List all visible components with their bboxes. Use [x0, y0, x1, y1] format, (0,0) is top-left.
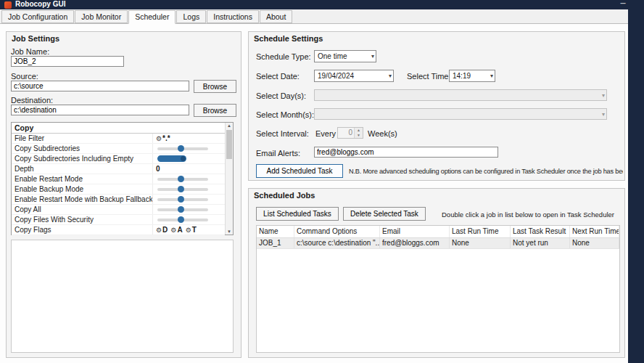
job-cell: fred@bloggs.com — [380, 238, 450, 248]
slider-track-on[interactable] — [157, 155, 186, 162]
option-row[interactable]: Copy Subdirectories — [12, 144, 225, 154]
toggle-slider[interactable] — [152, 144, 225, 153]
select-date-label: Select Date: — [256, 72, 300, 81]
slider-thumb[interactable] — [178, 176, 184, 182]
tab-scheduler[interactable]: Scheduler — [128, 10, 176, 24]
slider-track[interactable] — [157, 178, 208, 181]
slider-thumb[interactable] — [178, 206, 184, 213]
column-header[interactable]: Name — [257, 226, 294, 237]
option-row[interactable]: Enable Restart Mode — [12, 174, 225, 184]
toggle-slider-on[interactable] — [152, 154, 225, 163]
job-row[interactable]: JOB_1c:\source c:\destination "...fred@b… — [257, 238, 619, 249]
interval-value: 0 — [338, 128, 354, 138]
select-date-select[interactable]: 19/04/2024 ▾ — [314, 70, 394, 82]
option-label: Copy Flags — [15, 225, 152, 234]
tab-strip: Job ConfigurationJob MonitorSchedulerLog… — [0, 9, 628, 23]
scheduled-jobs-table[interactable]: NameCommand OptionsEmailLast Run TimeLas… — [256, 225, 620, 353]
slider-thumb[interactable] — [178, 186, 184, 192]
double-click-hint: Double click a job in list below to open… — [442, 211, 614, 219]
schedule-type-value: One time — [318, 52, 347, 60]
tab-about[interactable]: About — [260, 10, 292, 23]
select-days-select: ▾ — [314, 89, 607, 101]
slider-track[interactable] — [157, 208, 208, 211]
slider-track[interactable] — [157, 219, 208, 221]
browse-source-button[interactable]: Browse — [194, 80, 236, 93]
slider-thumb[interactable] — [178, 196, 184, 203]
destination-input[interactable] — [11, 105, 189, 115]
delete-selected-task-button[interactable]: Delete Selected Task — [343, 207, 426, 221]
toggle-slider[interactable] — [152, 215, 225, 224]
option-label: Enable Restart Mode — [15, 174, 152, 184]
copy-flags[interactable]: ⚙D⚙A⚙T — [152, 225, 225, 234]
option-description-panel — [11, 240, 234, 353]
column-header[interactable]: Last Run Time — [450, 226, 511, 237]
scroll-up-icon[interactable]: ▲ — [226, 123, 233, 128]
select-time-label: Select Time: — [407, 72, 451, 81]
select-months-label: Select Month(s): — [256, 110, 314, 119]
job-cell: None — [570, 238, 619, 248]
option-row[interactable]: Copy Flags⚙D⚙A⚙T — [12, 225, 225, 235]
depth-value: 0 — [156, 164, 160, 174]
scroll-down-icon[interactable]: ▼ — [226, 229, 233, 234]
spinner-up-icon: ▲ — [355, 128, 363, 133]
table-header-row: NameCommand OptionsEmailLast Run TimeLas… — [257, 226, 619, 238]
select-time-value: 14:19 — [453, 72, 471, 80]
gear-icon: ⚙ — [186, 225, 191, 235]
schedule-settings-title: Schedule Settings — [254, 34, 323, 43]
option-label: Copy Subdirectories Including Empty — [15, 154, 152, 163]
add-scheduled-task-button[interactable]: Add Scheduled Task — [256, 164, 343, 178]
option-label: Copy All — [15, 205, 152, 214]
list-scheduled-tasks-button[interactable]: List Scheduled Tasks — [256, 207, 339, 221]
tab-job-configuration[interactable]: Job Configuration — [1, 10, 74, 23]
option-row[interactable]: Copy All — [12, 205, 225, 215]
slider-thumb[interactable] — [178, 145, 184, 152]
option-row[interactable]: Copy Subdirectories Including Empty — [12, 154, 225, 164]
option-row[interactable]: File Filter⚙*.* — [12, 134, 225, 144]
slider-thumb[interactable] — [181, 156, 186, 161]
toggle-slider[interactable] — [152, 205, 225, 214]
copy-options-grid: Copy File Filter⚙*.*Copy SubdirectoriesC… — [11, 122, 234, 235]
options-group-header[interactable]: Copy — [12, 123, 225, 134]
flag-letter: A — [177, 225, 182, 235]
option-label: Depth — [15, 164, 152, 174]
schedule-settings-panel: Schedule Settings Schedule Type: One tim… — [248, 31, 625, 181]
job-name-input[interactable] — [11, 56, 124, 67]
column-header[interactable]: Command Options — [294, 226, 380, 237]
slider-track[interactable] — [157, 198, 208, 201]
minimize-button[interactable]: ─ — [614, 0, 632, 9]
grid-scrollbar[interactable]: ▲ ▼ — [225, 123, 233, 234]
gear-icon: ⚙ — [156, 225, 162, 235]
column-header[interactable]: Next Run Time — [570, 226, 619, 237]
option-value[interactable]: 0 — [152, 164, 225, 174]
tab-instructions[interactable]: Instructions — [207, 10, 259, 23]
toggle-slider[interactable] — [152, 184, 225, 194]
option-row[interactable]: Copy Files With Security — [12, 215, 225, 225]
slider-thumb[interactable] — [178, 216, 184, 223]
toggle-slider[interactable] — [152, 174, 225, 184]
option-row[interactable]: Enable Restart Mode with Backup Fallback — [12, 195, 225, 205]
job-cell: None — [450, 238, 511, 248]
tab-logs[interactable]: Logs — [176, 10, 206, 23]
slider-track[interactable] — [157, 188, 208, 191]
filter-pattern: *.* — [162, 134, 170, 144]
chevron-down-icon: ▾ — [602, 92, 605, 99]
column-header[interactable]: Email — [380, 226, 450, 237]
slider-track[interactable] — [157, 147, 208, 150]
column-header[interactable]: Last Task Result — [511, 226, 570, 237]
toggle-slider[interactable] — [152, 195, 225, 204]
job-name-label: Job Name: — [11, 47, 49, 56]
browse-destination-button[interactable]: Browse — [194, 104, 236, 117]
scheduler-note: N.B. More advanced scheduling options ca… — [349, 168, 623, 175]
source-input[interactable] — [11, 81, 189, 91]
window-title: Robocopy GUI — [15, 0, 65, 8]
scrollbar-thumb[interactable] — [226, 130, 232, 159]
spinner-down-icon: ▼ — [355, 133, 363, 138]
select-time-select[interactable]: 14:19 ▾ — [449, 70, 495, 82]
option-row[interactable]: Depth0 — [12, 164, 225, 174]
option-row[interactable]: Enable Backup Mode — [12, 184, 225, 195]
tab-job-monitor[interactable]: Job Monitor — [75, 10, 128, 23]
email-alerts-input[interactable] — [314, 147, 498, 158]
filter-value[interactable]: ⚙*.* — [152, 134, 225, 143]
schedule-type-select[interactable]: One time ▾ — [314, 50, 376, 62]
select-date-value: 19/04/2024 — [318, 72, 354, 80]
